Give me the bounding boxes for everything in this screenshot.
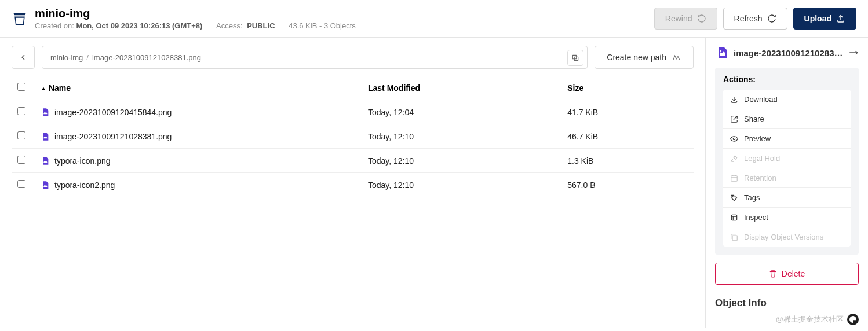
bucket-icon	[12, 10, 28, 27]
refresh-button[interactable]: Refresh	[723, 8, 787, 30]
col-size[interactable]: Size	[561, 76, 694, 100]
share-icon	[730, 115, 738, 123]
eye-icon	[730, 135, 738, 143]
rewind-button: Rewind	[654, 8, 717, 30]
watermark-badge-icon	[847, 314, 859, 325]
gavel-icon	[730, 155, 738, 163]
table-row[interactable]: image-20231009120415844.png Today, 12:04…	[12, 100, 694, 124]
bucket-info: minio-img Created on: Mon, Oct 09 2023 1…	[35, 7, 654, 30]
file-modified: Today, 12:10	[362, 173, 561, 197]
action-download[interactable]: Download	[723, 90, 851, 109]
col-modified[interactable]: Last Modified	[362, 76, 561, 100]
action-retention: Retention	[723, 168, 851, 188]
image-file-icon	[41, 132, 50, 141]
svg-rect-7	[731, 175, 738, 181]
selected-object-name: image-20231009121028381....	[734, 48, 844, 58]
object-info-heading: Object Info	[715, 295, 859, 309]
copy-icon	[571, 54, 579, 62]
file-name-label: typora-icon.png	[54, 156, 111, 166]
nav-back-button[interactable]	[12, 46, 35, 69]
breadcrumb-root[interactable]: minio-img	[50, 53, 83, 62]
image-file-icon	[41, 108, 50, 117]
file-size: 1.3 KiB	[561, 149, 694, 173]
file-size: 41.7 KiB	[561, 100, 694, 124]
create-path-button[interactable]: Create new path	[595, 46, 694, 69]
svg-rect-12	[731, 215, 736, 220]
svg-point-3	[720, 50, 721, 52]
expand-icon[interactable]	[848, 47, 859, 58]
file-name-label: typora-icon2.png	[54, 181, 115, 190]
image-file-icon	[715, 46, 729, 60]
svg-point-6	[733, 138, 735, 140]
file-modified: Today, 12:04	[362, 100, 561, 124]
file-name-label: image-20231009120415844.png	[54, 108, 172, 117]
image-file-icon	[41, 156, 50, 166]
action-share[interactable]: Share	[723, 109, 851, 129]
rewind-icon	[697, 14, 706, 23]
select-all-checkbox[interactable]	[17, 83, 25, 91]
action-preview[interactable]: Preview	[723, 129, 851, 149]
download-icon	[730, 95, 738, 104]
row-checkbox[interactable]	[17, 131, 25, 139]
new-path-icon	[672, 53, 681, 62]
calendar-icon	[730, 174, 738, 182]
inspect-icon	[730, 214, 738, 222]
bucket-title: minio-img	[35, 7, 654, 20]
upload-icon	[836, 14, 845, 23]
actions-panel: Actions: Download Share Preview Legal Ho…	[715, 68, 859, 255]
trash-icon	[769, 270, 777, 278]
row-checkbox[interactable]	[17, 156, 25, 164]
col-name[interactable]: ▲Name	[35, 76, 362, 100]
refresh-icon	[767, 14, 776, 23]
chevron-left-icon	[19, 53, 28, 62]
upload-button[interactable]: Upload	[793, 8, 856, 30]
file-size: 46.7 KiB	[561, 124, 694, 149]
tag-icon	[730, 194, 738, 202]
action-inspect[interactable]: Inspect	[723, 208, 851, 227]
sort-asc-icon: ▲	[41, 85, 46, 91]
watermark: @稀土掘金技术社区	[776, 314, 859, 325]
svg-point-11	[732, 196, 733, 197]
object-table: ▲Name Last Modified Size image-202310091…	[12, 76, 694, 197]
delete-button[interactable]: Delete	[715, 263, 859, 285]
breadcrumb[interactable]: minio-img / image-20231009121028381.png	[42, 46, 588, 69]
versions-icon	[730, 233, 738, 241]
row-checkbox[interactable]	[17, 107, 25, 115]
file-name-label: image-20231009121028381.png	[54, 132, 172, 141]
actions-label: Actions:	[723, 75, 851, 84]
table-row[interactable]: image-20231009121028381.png Today, 12:10…	[12, 124, 694, 149]
breadcrumb-path: image-20231009121028381.png	[92, 53, 201, 62]
action-versions: Display Object Versions	[723, 227, 851, 247]
copy-path-button[interactable]	[567, 50, 583, 66]
svg-rect-15	[732, 236, 737, 240]
action-tags[interactable]: Tags	[723, 188, 851, 208]
table-row[interactable]: typora-icon2.png Today, 12:10 567.0 B	[12, 173, 694, 197]
row-checkbox[interactable]	[17, 180, 25, 188]
file-size: 567.0 B	[561, 173, 694, 197]
file-modified: Today, 12:10	[362, 124, 561, 149]
image-file-icon	[41, 181, 50, 190]
file-modified: Today, 12:10	[362, 149, 561, 173]
bucket-meta: Created on: Mon, Oct 09 2023 10:26:13 (G…	[35, 21, 654, 30]
table-row[interactable]: typora-icon.png Today, 12:10 1.3 KiB	[12, 149, 694, 173]
action-legal-hold: Legal Hold	[723, 149, 851, 168]
